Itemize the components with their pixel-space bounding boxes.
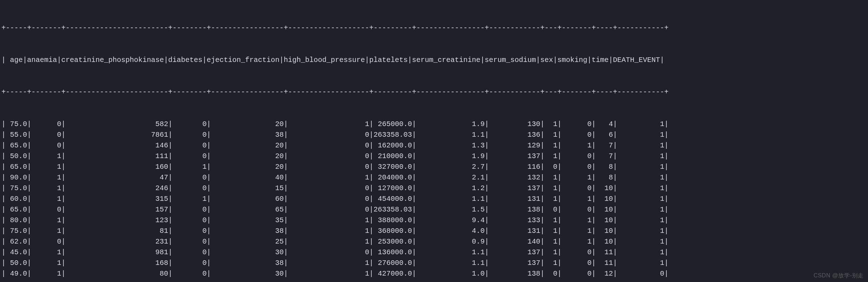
table-row: | 90.0| 1| 47| 0| 40| 1| 204000.0| 2.1| …: [1, 172, 868, 183]
table-row: | 49.0| 1| 80| 0| 30| 1| 427000.0| 1.0| …: [1, 268, 868, 279]
terminal-output: +-----+-------+------------------------+…: [0, 0, 868, 282]
table-row: | 75.0| 1| 246| 0| 15| 0| 127000.0| 1.2|…: [1, 183, 868, 194]
watermark-text: CSDN @放学-别走: [813, 271, 864, 280]
table-border-top: +-----+-------+------------------------+…: [1, 23, 868, 33]
table-row: | 80.0| 1| 123| 0| 35| 1| 388000.0| 9.4|…: [1, 215, 868, 226]
table-row: | 65.0| 1| 160| 1| 20| 0| 327000.0| 2.7|…: [1, 162, 868, 172]
table-row: | 65.0| 0| 157| 0| 65| 0|263358.03| 1.5|…: [1, 204, 868, 215]
table-row: | 55.0| 0| 7861| 0| 38| 0|263358.03| 1.1…: [1, 130, 868, 140]
table-header-row: | age|anaemia|creatinine_phosphokinase|d…: [1, 55, 868, 66]
table-row: | 75.0| 1| 81| 0| 38| 1| 368000.0| 4.0| …: [1, 226, 868, 236]
table-row: | 50.0| 1| 168| 0| 38| 1| 276000.0| 1.1|…: [1, 258, 868, 268]
table-row: | 45.0| 1| 981| 0| 30| 0| 136000.0| 1.1|…: [1, 247, 868, 258]
table-row: | 50.0| 1| 111| 0| 20| 0| 210000.0| 1.9|…: [1, 151, 868, 162]
table-border-mid: +-----+-------+------------------------+…: [1, 87, 868, 98]
table-row: | 60.0| 1| 315| 1| 60| 0| 454000.0| 1.1|…: [1, 194, 868, 204]
table-row: | 75.0| 0| 582| 0| 20| 1| 265000.0| 1.9|…: [1, 119, 868, 130]
table-row: | 62.0| 0| 231| 0| 25| 1| 253000.0| 0.9|…: [1, 236, 868, 247]
table-row: | 65.0| 0| 146| 0| 20| 0| 162000.0| 1.3|…: [1, 140, 868, 151]
